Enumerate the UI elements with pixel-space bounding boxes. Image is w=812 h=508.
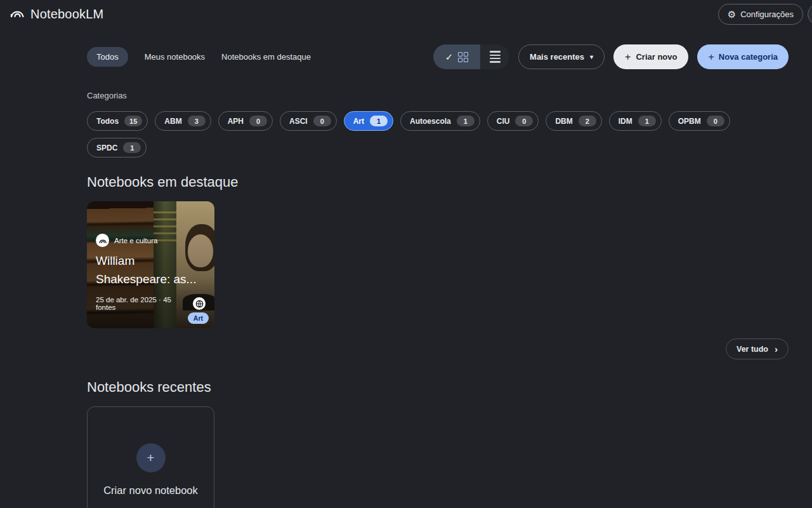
create-new-label: Criar novo <box>636 52 677 62</box>
categories-label: Categorias <box>87 91 789 100</box>
list-view-button[interactable] <box>480 44 509 69</box>
chip-ciu[interactable]: CIU 0 <box>487 111 539 131</box>
chip-count-badge: 2 <box>579 116 596 126</box>
chevron-right-icon: › <box>775 344 778 354</box>
gear-icon: ⚙ <box>728 10 736 19</box>
tab-todos[interactable]: Todos <box>87 47 128 67</box>
category-chips: Todos 15 ABM 3 APH 0 ASCI 0 Art 1 Autoes… <box>87 111 789 157</box>
featured-section-heading: Notebooks em destaque <box>87 174 789 190</box>
chip-label: IDM <box>619 117 632 126</box>
chip-count-badge: 1 <box>370 116 388 126</box>
view-toggle: ✓ <box>433 44 509 69</box>
chip-aph[interactable]: APH 0 <box>218 111 273 131</box>
plus-icon: + <box>147 450 154 465</box>
chip-todos[interactable]: Todos 15 <box>87 111 148 131</box>
chip-count-badge: 3 <box>188 116 206 126</box>
chip-count-badge: 0 <box>515 116 533 126</box>
grid-view-icon <box>458 52 468 62</box>
chip-count-badge: 15 <box>124 116 142 126</box>
featured-notebook-card[interactable]: Arte e cultura William Shakespeare: as..… <box>87 201 214 328</box>
card-category-badge: Art <box>188 312 209 324</box>
chip-count-badge: 0 <box>707 116 724 126</box>
chip-label: ASCI <box>289 117 308 126</box>
controls-row: Todos Meus notebooks Notebooks em destaq… <box>87 44 789 69</box>
toolbar: ✓ Mais recentes ▾ + Criar novo + Nova ca… <box>433 44 789 69</box>
settings-label: Configurações <box>740 10 794 19</box>
card-meta: 25 de abr. de 2025 · 45 fontes <box>96 296 188 311</box>
chip-opbm[interactable]: OPBM 0 <box>669 111 730 131</box>
tab-notebooks-em-destaque[interactable]: Notebooks em destaque <box>221 47 311 67</box>
app-title: NotebookLM <box>30 7 103 22</box>
new-category-label: Nova categoria <box>719 52 778 62</box>
chip-abm[interactable]: ABM 3 <box>155 111 211 131</box>
chip-autoescola[interactable]: Autoescola 1 <box>400 111 480 131</box>
chip-label: CIU <box>497 117 510 126</box>
notebooklm-logo-icon <box>9 4 25 23</box>
chip-idm[interactable]: IDM 1 <box>609 111 662 131</box>
sort-dropdown[interactable]: Mais recentes ▾ <box>518 44 605 69</box>
chip-count-badge: 1 <box>123 142 141 153</box>
chip-label: Todos <box>96 117 119 126</box>
grid-view-button[interactable]: ✓ <box>433 44 480 69</box>
filter-tabs: Todos Meus notebooks Notebooks em destaq… <box>87 47 311 67</box>
chip-label: OPBM <box>678 117 701 126</box>
chip-spdc[interactable]: SPDC 1 <box>87 138 147 157</box>
globe-icon <box>193 297 206 310</box>
main-content: Todos Meus notebooks Notebooks em destaq… <box>0 44 812 508</box>
create-notebook-label: Criar novo notebook <box>103 485 198 497</box>
card-title: William Shakespeare: as... <box>96 252 206 288</box>
see-all-label: Ver tudo <box>737 345 768 354</box>
chip-count-badge: 0 <box>249 116 267 126</box>
chip-label: APH <box>228 117 244 126</box>
chevron-down-icon: ▾ <box>590 53 593 60</box>
notebooklm-logo-icon <box>96 234 109 247</box>
chip-count-badge: 1 <box>638 116 656 126</box>
chip-label: ABM <box>164 117 181 126</box>
chip-count-badge: 1 <box>457 116 475 126</box>
new-category-button[interactable]: + Nova categoria <box>697 44 789 69</box>
create-notebook-card[interactable]: + Criar novo notebook <box>87 406 214 508</box>
see-all-button[interactable]: Ver tudo › <box>726 338 789 359</box>
app-header: NotebookLM ⚙ Configurações <box>0 0 812 28</box>
chip-label: Art <box>353 117 364 126</box>
card-category-label: Arte e cultura <box>114 237 157 244</box>
settings-button[interactable]: ⚙ Configurações <box>718 4 803 25</box>
chip-label: Autoescola <box>410 117 451 126</box>
partial-edge-button[interactable] <box>808 4 812 25</box>
recent-section-heading: Notebooks recentes <box>87 379 789 396</box>
list-view-icon <box>490 51 501 63</box>
chip-asci[interactable]: ASCI 0 <box>280 111 337 131</box>
chip-art-selected[interactable]: Art 1 <box>344 111 393 131</box>
sort-label: Mais recentes <box>530 52 584 62</box>
tab-meus-notebooks[interactable]: Meus notebooks <box>145 47 205 67</box>
chip-label: SPDC <box>96 144 117 152</box>
create-new-button[interactable]: + Criar novo <box>613 44 688 69</box>
chip-count-badge: 0 <box>313 116 331 126</box>
plus-icon: + <box>625 51 631 63</box>
chip-dbm[interactable]: DBM 2 <box>546 111 601 131</box>
plus-icon: + <box>708 51 714 63</box>
app-logo-home-link[interactable]: NotebookLM <box>9 4 103 23</box>
card-overlay: Arte e cultura William Shakespeare: as..… <box>87 201 214 328</box>
check-icon: ✓ <box>445 51 454 63</box>
plus-circle: + <box>136 443 166 472</box>
chip-label: DBM <box>555 117 572 126</box>
